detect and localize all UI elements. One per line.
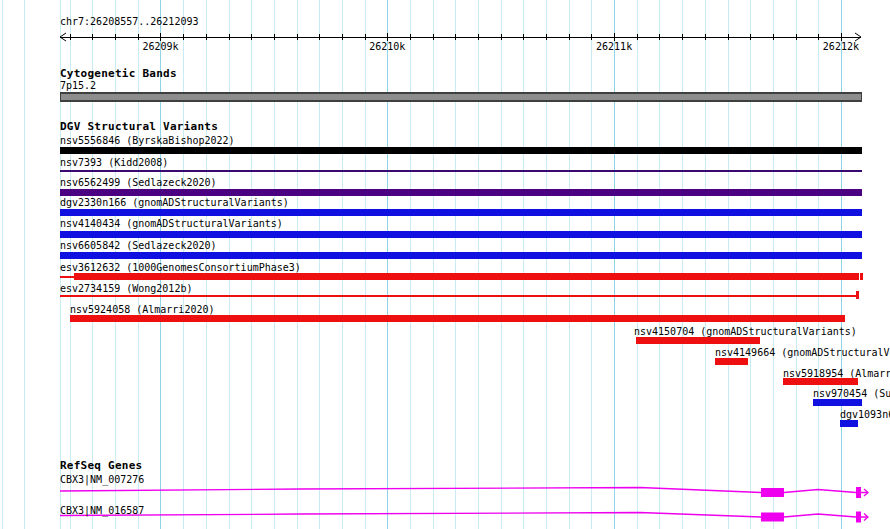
ruler-tick-label: 26212k <box>819 41 863 52</box>
ruler-tick-label: 26209k <box>138 41 182 52</box>
genome-browser-panel: chr7:26208557..26212093 Cytogenetic Band… <box>0 0 890 529</box>
gene-label: CBX3|NM_016587 <box>60 505 144 516</box>
ruler-tick-label: 26210k <box>365 41 409 52</box>
ruler-tick-label: 26211k <box>592 41 636 52</box>
gene-label: CBX3|NM_007276 <box>60 474 144 485</box>
refseq-genes-track: CBX3|NM_007276CBX3|NM_016587 <box>0 0 890 529</box>
